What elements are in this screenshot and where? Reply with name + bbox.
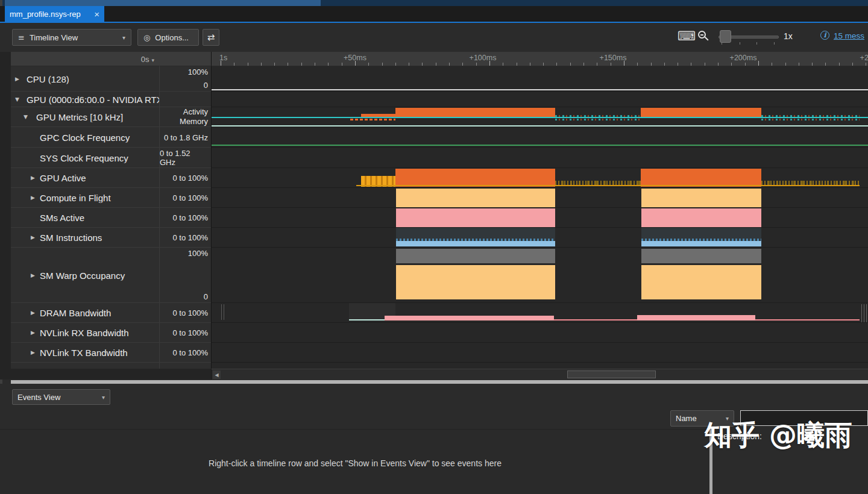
nvlink-tx-track[interactable] [211,343,868,363]
row-label-gpu-metrics[interactable]: GPU Metrics [10 kHz] [11,107,159,127]
expander-icon[interactable] [15,76,19,82]
toolbar: ≡ Timeline View ▾ ◎ Options... ⇄ ⌨ 1x i … [0,23,868,52]
timeline-row-nvlink-tx: NVLink TX Bandwidth 0 to 100% [0,343,868,363]
zoom-slider[interactable] [719,29,779,46]
timeline-panel: 0s▾ 1s +50ms +100ms +150ms +200ms +250ms… [0,52,868,380]
timeline-origin[interactable]: 0s▾ [141,54,154,63]
close-icon[interactable]: × [94,9,99,19]
row-label-dram-bandwidth[interactable]: DRAM Bandwidth [11,303,159,323]
nsight-systems-window: mm_profile.nsys-rep × ≡ Timeline View ▾ … [0,0,868,494]
activity-bar[interactable] [395,108,555,117]
row-label-nvlink-rx[interactable]: NVLink RX Bandwidth [11,323,159,343]
row-label-sm-instructions[interactable]: SM Instructions [11,228,159,248]
info-icon[interactable]: i [820,31,829,40]
row-label-sm-warp-occupancy[interactable]: SM Warp Occupancy [11,248,159,303]
row-label-gpu[interactable]: GPU (0000:d6:00.0 - NVIDIA RTX A [11,92,159,107]
cpu-utilization-track[interactable] [211,66,868,92]
row-label-gpc-clock[interactable]: GPC Clock Frequency [11,127,159,148]
timeline-row-cpu: CPU (128) 100% 0 [0,66,868,92]
sms-active-bar[interactable] [396,208,555,227]
scrollbar-thumb[interactable] [567,370,656,378]
events-empty-message: Right-click a timeline row and select "S… [0,458,710,468]
sms-active-bar[interactable] [641,208,761,227]
warp-occupancy-band[interactable] [396,249,555,263]
row-label-pcie[interactable]: PCIe Bandwidth [11,363,159,369]
gpc-clock-track[interactable] [211,127,868,148]
zoom-slider-handle[interactable] [720,30,731,43]
timeline-row-sys-clock: SYS Clock Frequency 0 to 1.52 GHz [0,148,868,168]
expander-icon[interactable] [31,310,35,316]
sm-instructions-bar[interactable] [641,241,761,246]
sys-clock-track[interactable] [211,148,868,168]
warp-occupancy-band[interactable] [641,249,761,263]
gpu-track[interactable] [211,92,868,107]
timeline-row-gpu: GPU (0000:d6:00.0 - NVIDIA RTX A [0,92,868,107]
sm-instructions-track[interactable] [211,228,868,248]
timeline-row-gpu-metrics: GPU Metrics [10 kHz] Activity Memory [0,107,868,127]
options-button[interactable]: ◎ Options... [137,29,199,46]
chevron-down-icon: ▾ [102,394,105,401]
timeline-horizontal-scrollbar[interactable]: ◀ [211,369,868,380]
warp-occupancy-band[interactable] [641,265,761,299]
row-label-compute-in-flight[interactable]: Compute in Flight [11,188,159,208]
row-label-sys-clock[interactable]: SYS Clock Frequency [11,148,159,168]
gpu-active-track[interactable] [211,168,868,188]
events-view-dropdown[interactable]: Events View ▾ [12,389,110,405]
expander-icon[interactable] [31,330,35,336]
timeline-row-sms-active: SMs Active 0 to 100% [0,208,868,228]
sm-instructions-bar[interactable] [396,241,555,246]
gpu-active-bar[interactable] [395,169,555,187]
expander-icon[interactable] [31,234,35,240]
row-name-header[interactable]: 0s▾ [11,52,159,66]
events-empty-area: Right-click a timeline row and select "S… [0,429,710,494]
timeline-row-nvlink-rx: NVLink RX Bandwidth 0 to 100% [0,323,868,343]
eye-icon: ◎ [143,33,150,42]
expander-icon[interactable] [24,114,28,120]
expander-icon[interactable] [31,272,35,278]
scale-max: 100% [188,249,208,258]
expander-icon[interactable] [31,175,35,181]
options-label: Options... [155,33,189,42]
tab-mm-profile[interactable]: mm_profile.nsys-rep × [5,6,104,22]
compute-in-flight-track[interactable] [211,188,868,208]
timeline-header-row: 0s▾ 1s +50ms +100ms +150ms +200ms +250ms [0,52,868,66]
warp-occupancy-band[interactable] [396,265,555,299]
row-label-cpu[interactable]: CPU (128) [11,66,159,92]
swap-rows-button[interactable]: ⇄ [203,29,219,46]
nvlink-rx-track[interactable] [211,323,868,343]
gpu-metrics-track[interactable] [211,107,868,127]
swap-icon: ⇄ [207,32,215,43]
sm-warp-occupancy-track[interactable] [211,248,868,303]
messages-link[interactable]: 15 mess [834,31,864,40]
expander-icon[interactable] [31,349,35,355]
expander-icon[interactable] [15,96,19,102]
compute-bar[interactable] [641,189,761,207]
time-ruler[interactable]: 1s +50ms +100ms +150ms +200ms +250ms [211,52,868,66]
gpu-active-bar[interactable] [641,169,761,187]
row-label-sms-active[interactable]: SMs Active [11,208,159,228]
zoom-out-icon[interactable] [698,31,706,39]
view-selector-label: Timeline View [30,33,78,42]
timeline-row-sm-warp-occupancy: SM Warp Occupancy 100% 0 [0,248,868,303]
expander-icon[interactable] [31,195,35,201]
scroll-left-button[interactable]: ◀ [213,370,221,379]
keyboard-shortcuts-icon[interactable]: ⌨ [678,29,696,43]
dram-bandwidth-track[interactable] [211,303,868,323]
dram-bandwidth-bar[interactable] [637,315,755,320]
activity-bar[interactable] [641,108,761,117]
chevron-down-icon: ▾ [151,57,154,63]
pcie-track[interactable] [211,363,868,369]
metric-line-activity: Activity [183,107,208,116]
memory-baseline [212,125,868,127]
view-selector-dropdown[interactable]: ≡ Timeline View ▾ [12,29,131,46]
tab-title: mm_profile.nsys-rep [10,10,90,19]
dram-bandwidth-bar[interactable] [385,316,554,320]
zoom-level-label: 1x [784,31,793,41]
sms-active-track[interactable] [211,208,868,228]
hamburger-icon: ≡ [18,33,25,42]
activity-baseline [212,117,868,118]
compute-bar[interactable] [396,189,555,207]
chevron-down-icon: ▾ [122,34,125,41]
row-label-gpu-active[interactable]: GPU Active [11,168,159,188]
row-label-nvlink-tx[interactable]: NVLink TX Bandwidth [11,343,159,363]
